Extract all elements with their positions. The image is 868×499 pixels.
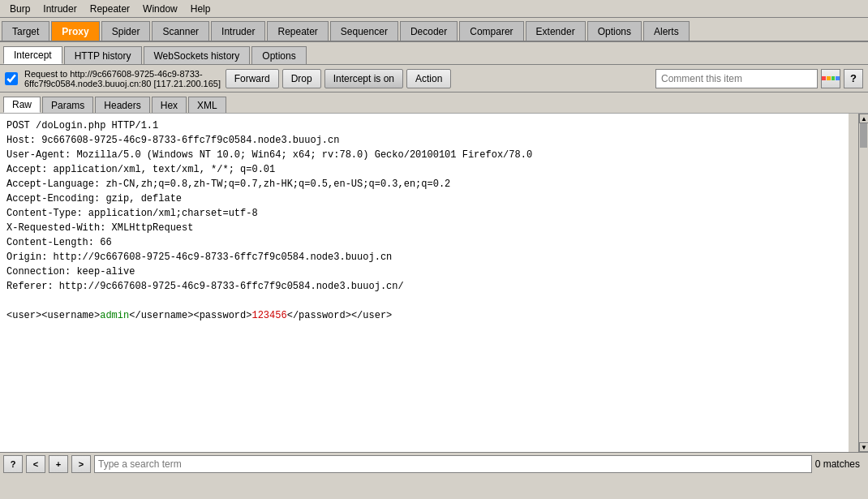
menu-intruder[interactable]: Intruder [37,2,83,16]
body-container: POST /doLogin.php HTTP/1.1 Host: 9c66760… [0,114,868,452]
comment-input[interactable] [655,69,818,88]
toolbar: Request to http://9c667608-9725-46c9-873… [0,65,868,92]
request-line1: POST /doLogin.php HTTP/1.1 [6,120,158,131]
scroll-down-arrow[interactable]: ▼ [859,442,868,452]
content-tab-hex[interactable]: Hex [152,97,187,113]
tab-decoder[interactable]: Decoder [400,21,458,41]
scroll-thumb[interactable] [860,123,867,148]
request-line7: Content-Type: application/xml;charset=ut… [6,208,258,219]
menu-repeater[interactable]: Repeater [84,2,136,16]
tab-options[interactable]: Options [587,21,642,41]
tab-scanner[interactable]: Scanner [152,21,209,41]
request-body[interactable]: POST /doLogin.php HTTP/1.1 Host: 9c66760… [0,114,858,452]
request-line4: Accept: application/xml, text/xml, */*; … [6,164,275,175]
content-tab-headers[interactable]: Headers [95,97,149,113]
request-body-tag-post: </password></user> [287,310,393,321]
tab-alerts[interactable]: Alerts [643,21,690,41]
content-tab-params[interactable]: Params [42,97,93,113]
request-line12: Referer: http://9c667608-9725-46c9-8733-… [6,281,404,292]
main-tab-bar: Target Proxy Spider Scanner Intruder Rep… [0,18,868,42]
intercept-toggle-button[interactable]: Intercept is on [324,69,403,88]
search-help-button[interactable]: ? [3,455,23,473]
menu-burp[interactable]: Burp [3,2,37,16]
request-line2: Host: 9c667608-9725-46c9-8733-6ffc7f9c05… [6,135,339,146]
subtab-http-history[interactable]: HTTP history [64,46,142,64]
scrollbar[interactable]: ▲ ▼ [858,114,868,452]
tab-proxy[interactable]: Proxy [51,21,99,41]
request-line9: Content-Length: 66 [6,237,112,248]
scroll-up-arrow[interactable]: ▲ [859,114,868,123]
request-line6: Accept-Encoding: gzip, deflate [6,193,182,204]
tab-spider[interactable]: Spider [101,21,151,41]
search-next-button[interactable]: > [71,455,91,473]
search-next-prev-button[interactable]: + [49,455,68,473]
tab-repeater[interactable]: Repeater [267,21,328,41]
menu-window[interactable]: Window [136,2,184,16]
request-line10: Origin: http://9c667608-9725-46c9-8733-6… [6,252,392,263]
tab-target[interactable]: Target [2,21,49,41]
request-body-tag-mid: </username><password> [129,310,251,321]
intercept-checkbox[interactable] [5,72,18,85]
sub-tab-bar: Intercept HTTP history WebSockets histor… [0,42,868,65]
tab-extender[interactable]: Extender [526,21,586,41]
bottom-bar: ? < + > 0 matches [0,452,868,475]
subtab-options[interactable]: Options [251,46,306,64]
request-password-value: 123456 [251,310,286,321]
request-username-value: admin [100,310,129,321]
drop-button[interactable]: Drop [282,69,321,88]
request-line5: Accept-Language: zh-CN,zh;q=0.8,zh-TW;q=… [6,179,450,190]
request-info: Request to http://9c667608-9725-46c9-873… [24,69,222,88]
content-tab-xml[interactable]: XML [188,97,226,113]
request-line3: User-Agent: Mozilla/5.0 (Windows NT 10.0… [6,149,532,161]
request-body-tag-pre: <user><username> [6,310,100,321]
action-button[interactable]: Action [406,69,451,88]
menu-bar: Burp Intruder Repeater Window Help [0,0,868,18]
color-picker-button[interactable] [821,69,840,88]
tab-comparer[interactable]: Comparer [459,21,523,41]
forward-button[interactable]: Forward [226,69,279,88]
subtab-intercept[interactable]: Intercept [3,46,62,64]
help-button[interactable]: ? [844,69,863,88]
search-prev-button[interactable]: < [26,455,45,473]
tab-intruder[interactable]: Intruder [211,21,265,41]
content-tab-raw[interactable]: Raw [3,97,41,113]
request-line8: X-Requested-With: XMLHttpRequest [6,222,193,234]
subtab-websockets-history[interactable]: WebSockets history [144,46,251,64]
search-input[interactable] [94,455,812,473]
matches-label: 0 matches [815,458,865,470]
request-line11: Connection: keep-alive [6,266,135,277]
content-tab-bar: Raw Params Headers Hex XML [0,92,868,114]
tab-sequencer[interactable]: Sequencer [330,21,398,41]
menu-help[interactable]: Help [184,2,217,16]
